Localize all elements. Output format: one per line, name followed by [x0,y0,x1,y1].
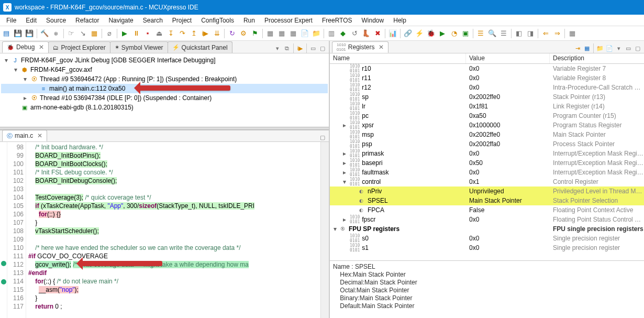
menu-freertos[interactable]: FreeRTOS [318,16,357,25]
flash-icon[interactable]: ⚡ [414,28,425,39]
register-row-fpca[interactable]: ◐FPCAFalseFloating Point Context Active [330,205,644,215]
editor-scrollbar[interactable] [320,142,329,318]
tab-debug[interactable]: 🐞Debug✕ [2,41,49,53]
twisty-icon[interactable]: ▾ [341,178,348,185]
col-name[interactable]: Name [330,53,466,63]
step-icon[interactable]: ↘ [77,28,88,39]
var-icon[interactable]: 📊 [387,28,398,39]
code-line[interactable]: BOARD_InitDebugConsole(); [28,177,320,185]
chip3-icon[interactable]: ▦ [288,28,298,39]
register-row-xpsr[interactable]: ▸10100101xpsr0x1000000Program Status Reg… [330,120,644,130]
registers-header[interactable]: Name Value Description [330,53,644,64]
menu-navigate[interactable]: Navigate [104,16,137,25]
suspend-icon[interactable]: ⏸ [131,28,141,39]
menu-source[interactable]: Source [42,16,70,25]
registers-table[interactable]: 10100101r100x0Variable Register 71010010… [330,64,644,260]
twisty-icon[interactable]: ▸ [341,150,348,157]
step-into-icon[interactable]: ↧ [165,28,176,39]
instr-step-icon[interactable]: i▶ [200,28,210,39]
filter-icon[interactable]: ▦ [89,28,99,39]
menu-edit[interactable]: Edit [21,16,41,25]
collapse-icon[interactable]: ⇥ [573,44,582,52]
code-line[interactable]: BOARD_InitBootPins(); [28,151,320,160]
debug-tree-row[interactable]: ▾JFRDM-K64F_gcov JLink Debug [GDB SEGGER… [1,56,328,65]
chip2-icon[interactable]: ▦ [276,28,287,39]
restart2-icon[interactable]: ↺ [349,28,360,39]
back-icon[interactable]: ⇐ [540,28,551,39]
code-line[interactable]: __asm("nop"); [28,286,320,294]
step-over-icon[interactable]: ↷ [177,28,187,39]
twisty-icon[interactable]: ▾ [13,66,19,73]
debug-tree-row[interactable]: ▾⬢FRDM-K64F_gcov.axf [1,65,328,74]
menu-window[interactable]: Window [358,16,388,25]
link-icon[interactable]: 🔗 [403,28,413,39]
register-row-r12[interactable]: 10100101r120x0Intra-Procedure-Call Scrat… [330,83,644,92]
debug-tree-row[interactable]: ≡main() at main.c:112 0xa50 [1,84,328,93]
maximize-icon[interactable]: ▢ [634,44,642,52]
code-editor[interactable]: 9899100101102103104105106107108109110111… [0,142,329,318]
drop-frame-icon[interactable]: ⇊ [212,28,222,39]
pin-icon[interactable]: ⧉ [283,44,291,52]
code-line[interactable]: for(;;) {} [28,210,320,218]
minimize-icon[interactable]: ▭ [624,44,632,52]
twisty-icon[interactable]: ▾ [22,75,28,83]
code-line[interactable]: vTaskStartScheduler(); [28,227,320,235]
export-icon[interactable]: 📄 [605,44,614,52]
code-area[interactable]: /* Init board hardware. */ BOARD_InitBoo… [26,142,320,318]
close-icon[interactable]: ✕ [37,132,42,139]
register-row-basepri[interactable]: ▸10100101basepri0x50Interrupt/Exception … [330,158,644,168]
code-line[interactable]: /* here we have ended the scheduler so w… [28,244,320,252]
restart-icon[interactable]: ↻ [227,28,237,39]
pref2-icon[interactable]: ◨ [525,28,536,39]
debug-tree-row[interactable]: ▸⦿Thread #10 536947384 (IDLE [P: 0]) (Su… [1,93,328,103]
bug-icon[interactable]: 🐞 [426,28,436,39]
terminate-icon[interactable]: ▪ [142,28,153,39]
code-line[interactable] [28,185,320,193]
breakpoint-marker[interactable] [1,261,6,266]
close-icon[interactable]: ✕ [379,43,384,51]
register-row-s1[interactable]: 10100101s10x0Single precision register [330,243,644,253]
outline-icon[interactable]: ☰ [498,28,509,39]
cfg-icon[interactable]: ⚑ [250,28,260,39]
menu-refactor[interactable]: Refactor [71,16,103,25]
register-row-control[interactable]: ▾10100101control0x1Control Register [330,177,644,187]
pointer-icon[interactable]: ☞ [66,28,76,39]
tab-quickstart-panel[interactable]: ⚡Quickstart Panel [168,41,232,53]
ext-icon[interactable]: ▣ [460,28,471,39]
menu-configtools[interactable]: ConfigTools [197,16,238,25]
menu-icon[interactable]: ▾ [615,44,623,52]
pref-icon[interactable]: ◧ [514,28,524,39]
code-line[interactable]: } [28,294,320,302]
coverage-icon[interactable]: ◆ [338,28,348,39]
twisty-icon[interactable]: ▾ [3,57,9,64]
layout-icon[interactable]: ▦ [583,44,591,52]
code-line[interactable] [28,235,320,244]
register-row-s0[interactable]: 10100101s00x0Single precision register [330,234,644,243]
code-line[interactable]: TestCoverage(3); /* quick coverage test … [28,193,320,202]
col-desc[interactable]: Description [550,53,644,63]
maximize-icon[interactable]: ▢ [318,44,327,52]
register-row-msp[interactable]: 10100101msp0x2002ffe0Main Stack Pointer [330,130,644,139]
twisty-icon[interactable]: ▸ [22,94,28,102]
hammer-icon[interactable]: ✖ [372,28,383,39]
register-row-faultmask[interactable]: ▸10100101faultmask0x0Interrupt/Exception… [330,168,644,177]
boots-icon[interactable]: 👢 [361,28,371,39]
step-return-icon[interactable]: ↥ [188,28,199,39]
tab-registers[interactable]: 10100101 Registers ✕ [332,41,388,53]
new-folder-icon[interactable]: 📁 [596,44,604,52]
editor-max-icon[interactable]: ▢ [318,133,327,141]
register-row-fpscr[interactable]: ▸10100101fpscr0x0Floating Point Status C… [330,215,644,224]
register-row-psp[interactable]: 10100101psp0x2002ffa0Process Stack Point… [330,139,644,149]
instr-mode-icon[interactable]: i▶ [296,44,304,52]
editor-tab-main-c[interactable]: ⓒ main.c ✕ [2,130,47,141]
code-line[interactable]: /* Init board hardware. */ [28,143,320,151]
menu-file[interactable]: File [2,16,20,25]
persp-icon[interactable]: ▦ [567,28,578,39]
twisty-icon[interactable]: ▸ [341,159,348,167]
register-row-fpu-sp-registers[interactable]: ▾⦿FPU SP registersFPU single precision r… [330,224,644,234]
mag-icon[interactable]: ▥ [326,28,337,39]
new-icon[interactable]: ▤ [1,28,12,39]
code-line[interactable]: /* Init FSL debug console. */ [28,168,320,177]
twisty-icon[interactable]: ▸ [341,169,348,176]
chip-icon[interactable]: ▦ [265,28,275,39]
